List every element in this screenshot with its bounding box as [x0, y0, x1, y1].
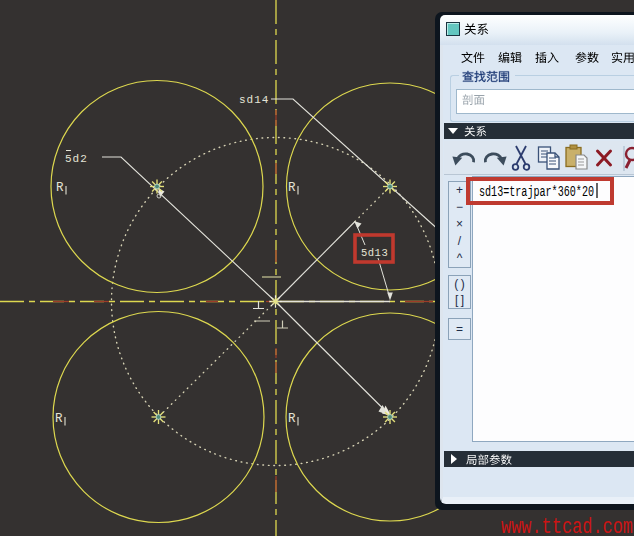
- svg-text:www.ttcad.com: www.ttcad.com: [501, 515, 633, 536]
